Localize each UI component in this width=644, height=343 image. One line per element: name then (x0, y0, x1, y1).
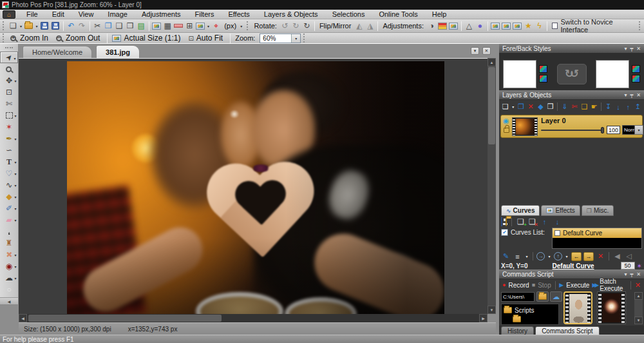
image-resize-icon[interactable] (151, 21, 162, 32)
menu-selections[interactable]: Selections (325, 10, 372, 19)
flip-curve-h-icon[interactable]: ◀ (612, 251, 622, 262)
script-collapse-icon[interactable]: ▾ (624, 271, 627, 277)
toolbar-grip[interactable] (3, 21, 5, 30)
script-scroll-down-icon[interactable]: ▼ (634, 317, 643, 324)
opacity-slider-thumb[interactable] (601, 127, 604, 133)
tool-zoom[interactable] (0, 63, 18, 75)
curve-down-icon[interactable]: ↓ (553, 217, 562, 227)
contrast-icon[interactable]: ◑ (426, 21, 437, 32)
tool-node[interactable]: ∿▾ (0, 179, 18, 191)
scripts-tree[interactable]: Scripts (501, 304, 559, 325)
styles-collapse-icon[interactable]: ▾ (624, 46, 627, 52)
tab-effects[interactable]: Effects (541, 205, 580, 216)
prev-point-button[interactable]: ← (571, 252, 582, 261)
delete-curve-icon[interactable]: ❏✕ (528, 217, 536, 226)
bring-to-front-icon[interactable]: ↥ (634, 102, 642, 112)
background-style-picker[interactable] (632, 65, 640, 73)
curve-presets-icon[interactable]: ≡ (513, 251, 522, 262)
next-point-button[interactable]: → (583, 252, 594, 261)
tab-history[interactable]: History (501, 326, 534, 335)
open-dropdown[interactable]: ▾ (34, 24, 39, 28)
script-close-icon[interactable]: ✕ (636, 271, 641, 277)
tool-crop[interactable]: ⊡ (0, 86, 18, 98)
menu-file[interactable]: File (19, 10, 45, 19)
redo-icon[interactable]: ↷ (77, 21, 88, 32)
tool-smudge[interactable]: ☁▾ (0, 272, 18, 284)
swap-styles-button[interactable]: ↻↺ (557, 64, 587, 84)
tool-shape[interactable]: ♡▾ (0, 168, 18, 179)
scroll-up-icon[interactable]: ▲ (488, 58, 496, 66)
ruler-icon[interactable] (173, 21, 184, 32)
paste-as-new-icon[interactable]: ▤ (136, 21, 147, 32)
rotate-right-icon[interactable]: ↻ (290, 21, 301, 32)
paste-icon[interactable]: ❒ (125, 21, 136, 32)
novice-checkbox[interactable] (552, 23, 558, 29)
record-button[interactable]: Record (508, 282, 529, 289)
foreground-style-swatch[interactable] (503, 60, 536, 88)
toolbar-grip[interactable] (247, 21, 249, 30)
script-pin-icon[interactable]: ┯ (630, 271, 633, 277)
script-thumbnail-portrait[interactable] (564, 291, 592, 324)
flip-curve-v-icon[interactable]: ◁ (624, 251, 634, 262)
layer-info-icon[interactable]: ◆ (536, 102, 545, 112)
tool-select[interactable]: ➤▾ (0, 52, 18, 63)
quick-action-icon[interactable]: ϟ (534, 21, 545, 32)
layer-lock-icon[interactable] (504, 128, 509, 133)
tab-home-welcome[interactable]: Home/Welcome (23, 46, 92, 58)
rotate-custom-icon[interactable]: ↻ (301, 21, 312, 32)
canvas-area[interactable] (19, 58, 488, 314)
script-scrollbar[interactable]: ▲ ▼ (634, 292, 643, 324)
photo-381jpg[interactable] (67, 61, 444, 314)
pick-layer-icon[interactable]: ☛ (590, 102, 598, 112)
tool-brush[interactable]: ✐▾ (0, 202, 18, 214)
new-icon[interactable]: ❏ (8, 21, 19, 32)
color-balance-icon[interactable] (448, 21, 459, 32)
cut-icon[interactable]: ✂ (92, 21, 103, 32)
menu-filters[interactable]: Filters (187, 10, 221, 19)
vertical-scroll-thumb[interactable] (488, 67, 495, 144)
copy-layer-icon[interactable]: ❐ (516, 102, 525, 112)
favorites-icon[interactable]: ★ (523, 21, 534, 32)
load-curve-icon[interactable] (506, 218, 507, 226)
script-thumbnail-sphere[interactable] (597, 291, 626, 324)
horizontal-scroll-thumb[interactable] (28, 315, 222, 322)
tool-magic-wand[interactable]: ✶ (0, 121, 18, 133)
tab-close-button[interactable]: ✕ (482, 47, 491, 55)
styles-pin-icon[interactable]: ┯ (630, 46, 633, 52)
menu-layers-objects[interactable]: Layers & Objects (257, 10, 325, 19)
toolbar-grip[interactable] (639, 21, 641, 30)
tab-list-dropdown[interactable]: ▾ (471, 47, 479, 55)
layer-opacity-value[interactable]: 100 (607, 126, 620, 134)
cloud-button[interactable]: ☁ (550, 291, 562, 302)
menu-effects[interactable]: Effects (221, 10, 256, 19)
tool-eraser[interactable]: ▰▾ (0, 214, 18, 226)
zoom-in-button[interactable]: + Zoom In (8, 33, 53, 44)
save-all-icon[interactable] (50, 21, 61, 32)
tool-text[interactable]: T▾ (0, 156, 18, 168)
edit-curve-icon[interactable]: ✎ (501, 251, 511, 262)
tile-view-icon[interactable]: ⊞ (184, 21, 195, 32)
script-scroll-up-icon[interactable]: ▲ (634, 292, 643, 300)
group-layers-icon[interactable]: ❑ (580, 102, 589, 112)
blend-mode-dropdown[interactable]: ▾ (634, 125, 643, 135)
curve-amount-input[interactable]: 50 (621, 262, 635, 270)
menu-help[interactable]: Help (425, 10, 454, 19)
home-icon[interactable]: ⌂ (3, 10, 15, 19)
curve-output-channel-icon[interactable]: ↑ (554, 252, 562, 260)
flip-vertical-icon[interactable]: ◮ (365, 21, 375, 32)
zoom-combobox[interactable]: 60% ▾ (260, 34, 301, 43)
image-tools-icon[interactable] (195, 21, 206, 32)
layer-thumbnail[interactable] (512, 117, 538, 136)
styles-close-icon[interactable]: ✕ (636, 46, 641, 52)
color-levels-icon[interactable] (437, 21, 448, 32)
scripts-tree-root[interactable]: Scripts (504, 306, 556, 315)
duplicate-layer-icon[interactable]: ❒ (546, 102, 554, 112)
layer-opacity-slider[interactable] (541, 130, 603, 131)
canvas-grid-icon[interactable]: ▦ (162, 21, 173, 32)
tool-clone-stamp[interactable]: ♜ (0, 237, 18, 249)
curves-list[interactable]: Default Curve (552, 228, 642, 249)
tab-commands-script[interactable]: Commands Script (535, 326, 599, 335)
novice-toggle[interactable]: Switch to Novice Interface (552, 18, 636, 34)
move-up-icon[interactable]: ↑ (624, 102, 632, 112)
curves-list-checkbox[interactable]: ✔ (501, 229, 508, 236)
